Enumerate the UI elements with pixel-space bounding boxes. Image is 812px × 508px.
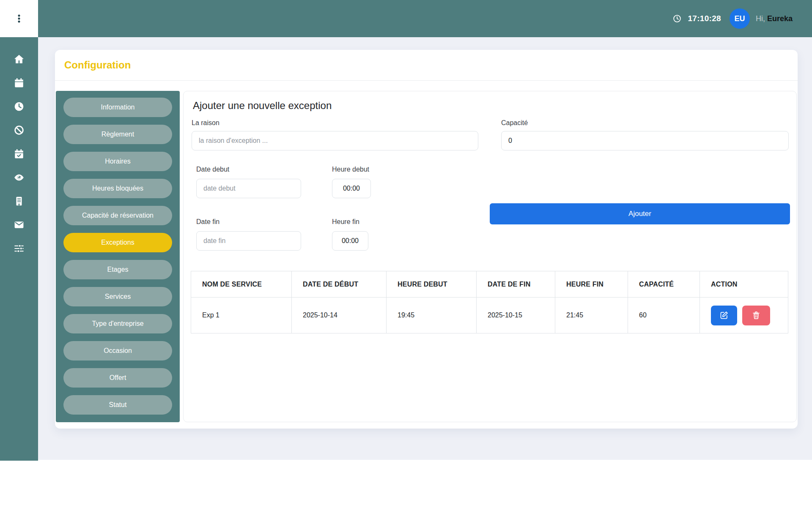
greeting-prefix: Hi,: [756, 14, 765, 23]
heure-debut-field-group: Heure debut: [332, 166, 371, 198]
menu-item-statut[interactable]: Statut: [63, 395, 172, 415]
raison-input[interactable]: [192, 131, 478, 150]
col-action: ACTION: [700, 271, 788, 298]
calendar-check-icon[interactable]: [14, 148, 25, 159]
building-icon[interactable]: [14, 196, 25, 207]
configuration-card: Configuration Information Règlement Hora…: [55, 50, 798, 429]
username: Eureka: [767, 14, 793, 23]
col-nom-de-service: NOM DE SERVICE: [191, 271, 292, 298]
heure-fin-field-group: Heure fin: [332, 218, 368, 251]
config-menu-panel: Information Règlement Horaires Heures bl…: [56, 91, 180, 422]
date-debut-label: Date debut: [196, 166, 301, 173]
menu-item-etages[interactable]: Etages: [63, 260, 172, 279]
col-heure-debut: HEURE DEBUT: [387, 271, 477, 298]
menu-item-type-entreprise[interactable]: Type d'entreprise: [63, 314, 172, 333]
heure-fin-input[interactable]: [332, 231, 368, 251]
col-date-de-debut: DATE DE DÉBUT: [292, 271, 387, 298]
col-capacite: CAPACITÉ: [628, 271, 700, 298]
greeting: Hi, Eureka: [756, 14, 793, 23]
page-title: Configuration: [64, 59, 131, 71]
raison-field-group: La raison: [192, 119, 478, 150]
raison-label: La raison: [192, 119, 478, 127]
edit-button[interactable]: [711, 306, 737, 325]
col-date-de-fin: DATE DE FIN: [477, 271, 555, 298]
menu-item-exceptions[interactable]: Exceptions: [63, 233, 172, 252]
clock-icon[interactable]: [14, 101, 25, 112]
table-header-row: NOM DE SERVICE DATE DE DÉBUT HEURE DEBUT…: [191, 271, 788, 298]
capacite-input[interactable]: [501, 131, 789, 150]
cell-heure-debut: 19:45: [387, 298, 477, 333]
configuration-card-header: Configuration: [55, 50, 798, 81]
table-row: Exp 1 2025-10-14 19:45 2025-10-15 21:45 …: [191, 298, 788, 333]
menu-item-heures-bloquees[interactable]: Heures bloquées: [63, 179, 172, 198]
cell-date-fin: 2025-10-15: [477, 298, 555, 333]
menu-toggle[interactable]: [0, 0, 38, 37]
form-heading: Ajouter une nouvelle exception: [193, 100, 332, 112]
trash-icon: [752, 311, 761, 320]
heure-debut-input[interactable]: [332, 179, 371, 198]
date-fin-label: Date fin: [196, 218, 301, 226]
menu-item-occasion[interactable]: Occasion: [63, 341, 172, 361]
date-debut-field-group: Date debut: [196, 166, 301, 198]
cell-nom: Exp 1: [191, 298, 292, 333]
cell-heure-fin: 21:45: [555, 298, 628, 333]
topbar-right-group: 17:10:28 EU Hi, Eureka: [672, 0, 812, 37]
date-fin-field-group: Date fin: [196, 218, 301, 251]
ban-icon[interactable]: [14, 125, 25, 136]
menu-item-reglement[interactable]: Règlement: [63, 125, 172, 144]
current-time: 17:10:28: [688, 14, 721, 23]
topbar: 17:10:28 EU Hi, Eureka: [0, 0, 812, 37]
pencil-square-icon: [719, 311, 729, 320]
delete-button[interactable]: [742, 306, 770, 325]
col-heure-fin: HEURE FIN: [555, 271, 628, 298]
cell-capacite: 60: [628, 298, 700, 333]
envelope-icon[interactable]: [14, 219, 25, 230]
sidebar-nav: [0, 37, 38, 461]
kebab-menu-icon: [14, 14, 24, 24]
ajouter-button[interactable]: Ajouter: [490, 203, 790, 224]
cell-action: [700, 298, 788, 333]
exception-form-card: Ajouter une nouvelle exception La raison…: [183, 91, 797, 422]
capacite-label: Capacité: [501, 119, 789, 127]
calendar-icon[interactable]: [14, 77, 25, 88]
sliders-icon[interactable]: [14, 243, 25, 254]
capacite-field-group: Capacité: [501, 119, 789, 150]
date-debut-input[interactable]: [196, 179, 301, 198]
clock-icon: [672, 14, 682, 23]
eye-icon[interactable]: [14, 172, 25, 183]
heure-fin-label: Heure fin: [332, 218, 368, 226]
menu-item-horaires[interactable]: Horaires: [63, 152, 172, 171]
exceptions-table: NOM DE SERVICE DATE DE DÉBUT HEURE DEBUT…: [191, 271, 788, 333]
menu-item-offert[interactable]: Offert: [63, 368, 172, 388]
heure-debut-label: Heure debut: [332, 166, 371, 173]
menu-item-capacite-reservation[interactable]: Capacité de réservation: [63, 206, 172, 225]
menu-item-information[interactable]: Information: [63, 98, 172, 117]
avatar[interactable]: EU: [730, 8, 750, 29]
menu-item-services[interactable]: Services: [63, 287, 172, 306]
cell-date-debut: 2025-10-14: [292, 298, 387, 333]
home-icon[interactable]: [14, 54, 25, 65]
date-fin-input[interactable]: [196, 231, 301, 251]
